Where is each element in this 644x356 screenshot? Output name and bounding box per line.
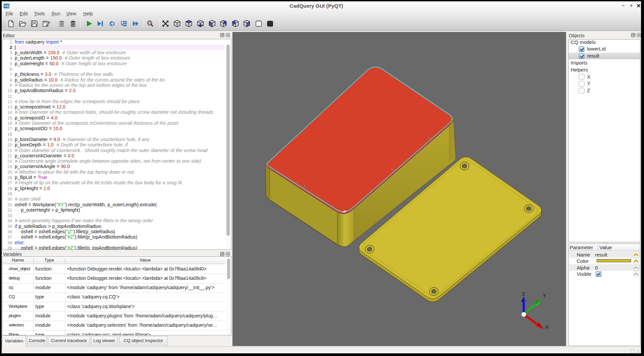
svg-text:Z: Z: [522, 291, 525, 297]
svg-text:Y: Y: [543, 292, 546, 298]
svg-text:X: X: [545, 324, 548, 330]
